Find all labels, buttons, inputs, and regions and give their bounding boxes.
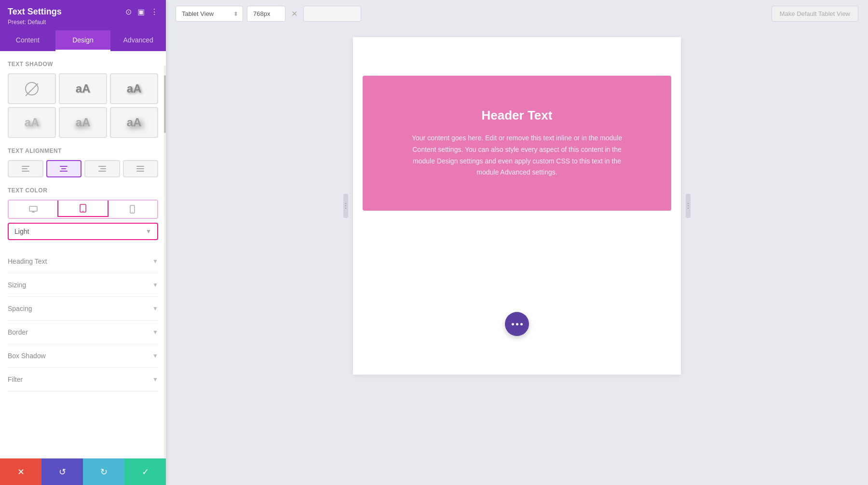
tab-advanced[interactable]: Advanced	[110, 30, 166, 51]
shadow-option-none[interactable]	[8, 73, 56, 104]
align-right-btn[interactable]	[84, 160, 120, 177]
accordion-sizing-title: Sizing	[8, 281, 26, 289]
main-area: Tablet View ⬍ ✕ Make Default Tablet View	[166, 0, 868, 485]
shadow-text-2: aA	[127, 82, 142, 95]
align-left-icon	[22, 166, 29, 172]
clear-px-button[interactable]: ✕	[289, 7, 299, 20]
save-button[interactable]: ✓	[124, 458, 166, 485]
accordion-box-shadow-title: Box Shadow	[8, 352, 46, 360]
accordion-border-title: Border	[8, 328, 28, 336]
redo-button[interactable]: ↻	[83, 458, 124, 485]
text-alignment-row	[8, 160, 158, 177]
accordion-filter: Filter ▼	[8, 368, 158, 391]
top-bar: Tablet View ⬍ ✕ Make Default Tablet View	[166, 0, 868, 27]
cancel-icon: ✕	[17, 467, 25, 477]
float-btn-dots	[512, 323, 523, 325]
shadow-option-2[interactable]: aA	[110, 73, 158, 104]
color-value: Light	[14, 228, 29, 235]
accordion-sizing-header[interactable]: Sizing ▼	[8, 281, 158, 289]
device-tab-desktop[interactable]	[9, 201, 58, 218]
accordion-border-arrow: ▼	[152, 329, 158, 336]
canvas-wrapper: Header Text Your content goes here. Edit…	[353, 37, 681, 375]
shadow-text-1: aA	[76, 82, 91, 95]
accordion-sizing: Sizing ▼	[8, 273, 158, 297]
accordion-spacing-arrow: ▼	[152, 305, 158, 312]
save-icon: ✓	[142, 467, 149, 477]
settings-icon[interactable]: ⊙	[125, 7, 132, 16]
canvas-area: Header Text Your content goes here. Edit…	[166, 27, 868, 485]
accordion-box-shadow-arrow: ▼	[152, 352, 158, 359]
shadow-option-4[interactable]: aA	[59, 107, 107, 138]
content-header: Header Text	[482, 108, 553, 123]
accordion-heading-text-title: Heading Text	[8, 257, 47, 265]
dot-2	[516, 323, 518, 325]
shadow-option-5[interactable]: aA	[110, 107, 158, 138]
accordion-spacing-header[interactable]: Spacing ▼	[8, 305, 158, 312]
make-default-button[interactable]: Make Default Tablet View	[772, 6, 858, 22]
align-justify-btn[interactable]	[123, 160, 159, 177]
resize-dots-left	[345, 203, 346, 209]
preset-label[interactable]: Preset: Default	[8, 19, 158, 26]
accordion-filter-title: Filter	[8, 376, 23, 383]
accordion-heading-text-header[interactable]: Heading Text ▼	[8, 257, 158, 265]
tab-design[interactable]: Design	[55, 30, 111, 51]
sidebar: Text Settings ⊙ ▣ ⋮ Preset: Default Cont…	[0, 0, 166, 485]
accordion-box-shadow-header[interactable]: Box Shadow ▼	[8, 352, 158, 360]
more-icon[interactable]: ⋮	[150, 7, 158, 16]
accordion-heading-text: Heading Text ▼	[8, 250, 158, 273]
dot-1	[512, 323, 514, 325]
align-right-icon	[98, 166, 106, 172]
shadow-text-4: aA	[76, 116, 91, 129]
accordion-sizing-arrow: ▼	[152, 282, 158, 288]
text-color-label: Text Color	[8, 187, 158, 194]
cancel-button[interactable]: ✕	[0, 458, 41, 485]
extra-input[interactable]	[303, 6, 361, 22]
text-shadow-label: Text Shadow	[8, 61, 158, 67]
accordion-spacing: Spacing ▼	[8, 297, 158, 321]
resize-handle-left[interactable]	[343, 194, 348, 218]
text-alignment-label: Text Alignment	[8, 148, 158, 154]
align-left-btn[interactable]	[8, 160, 43, 177]
accordion-border: Border ▼	[8, 321, 158, 344]
svg-point-4	[82, 211, 83, 212]
device-tab-tablet[interactable]	[57, 200, 109, 217]
undo-icon: ↺	[59, 467, 66, 477]
resize-handle-right[interactable]	[686, 194, 691, 218]
dropdown-arrow-icon: ▼	[146, 228, 151, 235]
sidebar-header: Text Settings ⊙ ▣ ⋮ Preset: Default	[0, 0, 166, 30]
shadow-text-5: aA	[127, 116, 142, 129]
px-input[interactable]	[247, 6, 285, 22]
view-select-wrapper: Tablet View ⬍	[176, 6, 243, 22]
color-dropdown[interactable]: Light ▼	[8, 223, 158, 240]
content-block: Header Text Your content goes here. Edit…	[363, 76, 671, 211]
align-justify-icon	[136, 166, 144, 172]
sidebar-title: Text Settings	[8, 7, 62, 17]
accordion-border-header[interactable]: Border ▼	[8, 328, 158, 336]
undo-button[interactable]: ↺	[41, 458, 83, 485]
svg-rect-0	[29, 206, 37, 211]
resize-dots-right	[688, 203, 689, 209]
tab-content[interactable]: Content	[0, 30, 55, 51]
accordion-filter-arrow: ▼	[152, 376, 158, 383]
sidebar-content: Text Shadow aA aA aA aA aA	[0, 51, 166, 458]
align-center-icon	[60, 166, 68, 172]
sidebar-tabs: Content Design Advanced	[0, 30, 166, 51]
accordion-spacing-title: Spacing	[8, 305, 32, 312]
tablet-icon	[80, 204, 86, 213]
dot-3	[520, 323, 523, 325]
header-icons: ⊙ ▣ ⋮	[125, 7, 158, 16]
float-button[interactable]	[505, 312, 529, 336]
redo-icon: ↻	[100, 467, 108, 477]
device-tab-mobile[interactable]	[108, 201, 157, 218]
text-color-section: Text Color Light ▼	[8, 187, 158, 240]
shadow-option-3[interactable]: aA	[8, 107, 56, 138]
view-select[interactable]: Tablet View	[176, 6, 243, 22]
accordion-heading-text-arrow: ▼	[152, 258, 158, 265]
sidebar-bottom: ✕ ↺ ↻ ✓	[0, 458, 166, 485]
text-shadow-grid: aA aA aA aA aA	[8, 73, 158, 138]
content-body: Your content goes here. Edit or remove t…	[406, 133, 628, 178]
align-center-btn[interactable]	[46, 160, 82, 177]
accordion-filter-header[interactable]: Filter ▼	[8, 376, 158, 383]
shadow-option-1[interactable]: aA	[59, 73, 107, 104]
layout-icon[interactable]: ▣	[137, 7, 145, 16]
